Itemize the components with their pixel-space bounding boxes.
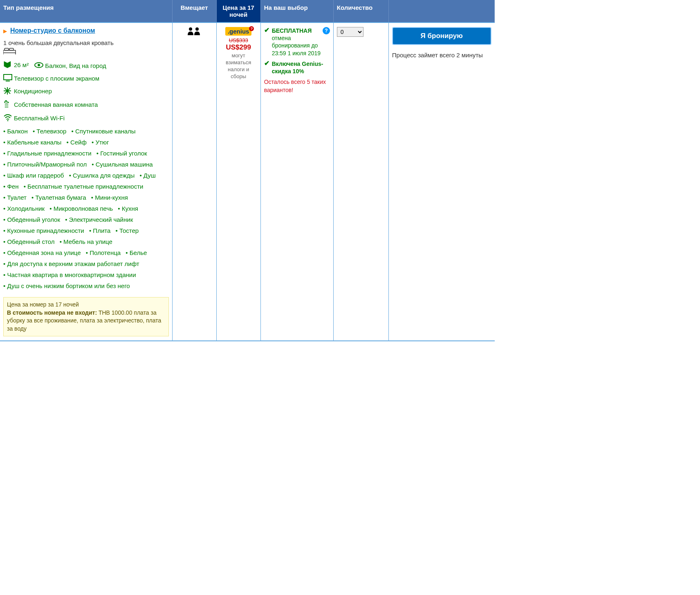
facility-ac: Кондиционер [3, 87, 169, 96]
room-size: 26 м² [14, 61, 29, 68]
help-icon[interactable]: ? [249, 26, 254, 31]
facility-size-view: 26 м² Балкон, Вид на город [3, 61, 169, 70]
amenity-item: Сушилка для одежды [69, 170, 135, 181]
amenity-item: Телевизор [33, 126, 66, 137]
free-cancel: БЕСПЛАТНАЯ отмена бронирования до 23:59 … [272, 27, 321, 57]
quantity-select[interactable]: 0 [337, 27, 363, 37]
area-icon [3, 61, 11, 69]
amenity-item: Душ с очень низким бортиком или без него [3, 280, 130, 291]
amenity-item: Балкон [3, 126, 28, 137]
room-name-link[interactable]: Номер-студио с балконом [10, 27, 95, 34]
amenity-item: Микроволновая печь [49, 203, 113, 214]
amenity-item: Обеденный уголок [3, 214, 60, 225]
person-icon [187, 27, 202, 37]
check-icon: ✔ [264, 60, 269, 67]
amenity-item: Сейф [66, 137, 86, 148]
qty-cell: 0 [333, 23, 388, 341]
reserve-note: Процесс займет всего 2 минуты [392, 51, 491, 59]
amenity-item: Мебель на улице [60, 236, 112, 247]
room-view: Балкон, Вид на город [45, 62, 106, 69]
svg-point-19 [7, 120, 9, 122]
snowflake-icon [3, 87, 11, 95]
shower-icon [3, 100, 11, 108]
amenity-item: Душ [139, 170, 155, 181]
amenity-item: Кабельные каналы [3, 137, 61, 148]
price-note-bold: В стоимость номера не входит: [7, 309, 97, 316]
amenity-item: Тостер [115, 225, 139, 236]
amenity-item: Шкаф или гардероб [3, 170, 64, 181]
svg-point-20 [189, 27, 192, 31]
cta-cell: Я бронирую Процесс займет всего 2 минуты [388, 23, 494, 341]
occupancy-cell [172, 23, 216, 341]
tv-icon [3, 74, 11, 82]
amenity-item: Спутниковые каналы [72, 126, 136, 137]
bed-config: 1 очень большая двуспальная кровать [3, 39, 169, 46]
amenity-item: Обеденный стол [3, 236, 54, 247]
help-icon[interactable]: ? [323, 27, 330, 34]
header-cta [388, 0, 494, 23]
bed-icon [3, 47, 169, 56]
genius-badge: .genius ? [225, 27, 252, 36]
genius-discount: Включена Genius-скидка 10% [272, 60, 330, 75]
price-note-title: Цена за номер за 17 ночей [7, 301, 165, 309]
amenity-item: Туалет [3, 192, 27, 203]
header-price: Цена за 17 ночей [216, 0, 260, 23]
price-note-box: Цена за номер за 17 ночей В стоимость но… [3, 297, 169, 336]
arrow-right-icon: ▶ [3, 28, 7, 34]
scarcity-text: Осталось всего 5 таких вариантов! [264, 78, 330, 94]
facility-bath: Собственная ванная комната [3, 100, 169, 110]
svg-rect-0 [3, 50, 16, 53]
wifi-icon [3, 114, 11, 122]
new-price: US$299 [220, 43, 257, 52]
amenity-item: Гладильные принадлежности [3, 148, 92, 159]
svg-rect-2 [9, 48, 13, 50]
amenity-item: Плиточный/Мраморный пол [3, 159, 87, 170]
amenity-item: Для доступа к верхним этажам работает ли… [3, 258, 139, 269]
header-qty: Количество [333, 0, 388, 23]
amenity-item: Полотенца [86, 247, 121, 258]
facility-tv: Телевизор с плоским экраном [3, 74, 169, 83]
amenity-item: Гостиный уголок [96, 148, 147, 159]
eye-icon [34, 61, 43, 70]
amenity-item: Туалетная бумага [31, 192, 86, 203]
header-type: Тип размещения [0, 0, 172, 23]
header-sleeps: Вмещает [172, 0, 216, 23]
check-icon: ✔ [264, 27, 269, 34]
facility-wifi: Бесплатный Wi-Fi [3, 114, 169, 122]
old-price: US$333 [220, 37, 257, 43]
amenity-item: Фен [3, 181, 18, 192]
svg-point-21 [195, 27, 199, 31]
amenity-item: Плита [89, 225, 110, 236]
tax-note: могут взиматься налоги и сборы [220, 52, 257, 80]
amenity-item: Частная квартира в многоквартирном здани… [3, 269, 136, 280]
room-row: ▶ Номер-студио с балконом 1 очень больша… [0, 23, 495, 341]
amenity-item: Холодильник [3, 203, 45, 214]
amenities-list: Балкон Телевизор Спутниковые каналы Кабе… [3, 126, 169, 291]
svg-point-6 [38, 64, 40, 66]
svg-rect-1 [4, 48, 9, 50]
choice-cell: ✔ БЕСПЛАТНАЯ отмена бронирования до 23:5… [260, 23, 333, 341]
amenity-item: Кухня [118, 203, 138, 214]
reserve-button[interactable]: Я бронирую [392, 27, 491, 45]
price-cell: .genius ? US$333 US$299 могут взиматься … [216, 23, 260, 341]
svg-rect-7 [4, 74, 12, 80]
header-choice: На ваш выбор [260, 0, 333, 23]
amenity-item: Утюг [92, 137, 109, 148]
amenity-item: Обеденная зона на улице [3, 247, 81, 258]
amenity-item: Бесплатные туалетные принадлежности [24, 181, 144, 192]
amenity-item: Белье [126, 247, 147, 258]
amenity-item: Кухонные принадлежности [3, 225, 84, 236]
amenity-item: Мини-кухня [91, 192, 128, 203]
amenity-item: Сушильная машина [92, 159, 153, 170]
rooms-table: Тип размещения Вмещает Цена за 17 ночей … [0, 0, 495, 341]
amenity-item: Электрический чайник [65, 214, 133, 225]
